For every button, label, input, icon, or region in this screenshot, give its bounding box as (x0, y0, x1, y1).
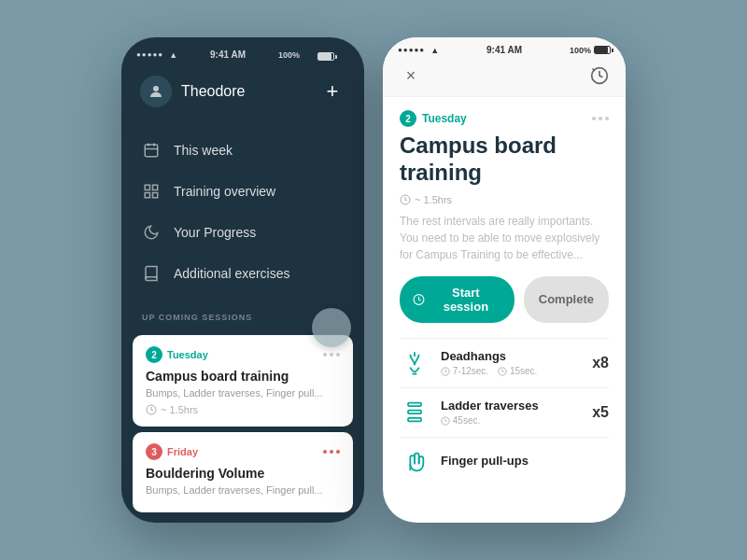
detail-topbar: × (383, 59, 626, 97)
nav-label-this-week: This week (174, 143, 233, 158)
detail-day-label: Tuesday (422, 112, 467, 125)
svg-rect-6 (153, 185, 158, 189)
time-right: 9:41 AM (486, 45, 522, 55)
detail-title: Campus board training (400, 133, 609, 187)
detail-day-num: 2 (400, 110, 416, 127)
left-header: Theodore + (121, 68, 364, 122)
deadhangs-meta: 7-12sec. 15sec. (441, 366, 575, 376)
nav-item-additional-exercises[interactable]: Additional exercises (121, 253, 364, 294)
ladder-name: Ladder traverses (441, 399, 575, 413)
session2-day-num: 3 (146, 443, 162, 460)
session1-day-num: 2 (146, 346, 162, 363)
svg-rect-16 (408, 410, 421, 413)
deadhangs-name: Deadhangs (441, 349, 575, 363)
status-bar-right: ●●●●● ▲ 9:41 AM 100% (383, 37, 626, 59)
grid-icon (142, 182, 161, 201)
phone-right: ●●●●● ▲ 9:41 AM 100% × (383, 37, 626, 523)
session-card-2[interactable]: 3 Friday Bouldering Volume Bumps, Ladder… (133, 432, 353, 512)
session1-desc: Bumps, Ladder traverses, Finger pull... (146, 387, 340, 399)
exercise-row-finger-pullups[interactable]: Finger pull-ups (400, 437, 609, 486)
carrier-dots-right: ●●●●● (398, 46, 425, 54)
add-button[interactable]: + (319, 78, 345, 105)
phone-left: ●●●●● ▲ 9:41 AM 100% (121, 37, 364, 523)
session1-time: ~ 1.5hrs (146, 404, 340, 415)
deadhangs-info: Deadhangs 7-12sec. 15sec. (441, 349, 575, 376)
nav-item-your-progress[interactable]: Your Progress (121, 212, 364, 253)
exercise-row-deadhangs[interactable]: Deadhangs 7-12sec. 15sec. x8 (400, 338, 609, 387)
wifi-icon-left: ▲ (169, 50, 177, 60)
close-button[interactable]: × (400, 64, 422, 87)
start-session-button[interactable]: Start session (400, 276, 514, 323)
avatar (140, 76, 172, 107)
svg-rect-1 (145, 145, 158, 157)
battery-icon-left (303, 45, 349, 64)
session1-day-label: Tuesday (167, 349, 208, 360)
history-button[interactable] (590, 66, 609, 85)
deadhangs-icon (400, 348, 430, 378)
session2-desc: Bumps, Ladder traverses, Finger pull... (146, 484, 340, 496)
detail-content: 2 Tuesday Campus board training ~ 1.5hrs… (383, 97, 626, 499)
username: Theodore (181, 83, 246, 100)
battery-pct-right: 100% (570, 46, 591, 55)
svg-rect-17 (408, 417, 421, 421)
finger-info: Finger pull-ups (441, 454, 575, 470)
detail-time: ~ 1.5hrs (400, 194, 609, 205)
ladder-count: x5 (586, 404, 609, 421)
ladder-icon (400, 398, 430, 427)
nav-item-training-overview[interactable]: Training overview (121, 171, 364, 212)
scroll-handle[interactable] (312, 308, 351, 347)
ladder-info: Ladder traverses 45sec. (441, 399, 575, 426)
svg-rect-7 (145, 193, 149, 198)
complete-button[interactable]: Complete (524, 276, 609, 323)
detail-menu-dots[interactable] (592, 117, 609, 120)
user-info: Theodore (140, 76, 246, 107)
session2-title: Bouldering Volume (146, 466, 340, 481)
battery-icon-right (594, 46, 611, 54)
nav-label-your-progress: Your Progress (174, 225, 256, 240)
battery-pct-left: 100% (278, 50, 300, 60)
carrier-dots-left: ●●●●● (136, 50, 163, 59)
session2-day-label: Friday (167, 446, 198, 457)
calendar-icon (142, 141, 161, 160)
session-card-1[interactable]: 2 Tuesday Campus board training Bumps, L… (133, 335, 353, 427)
ladder-meta: 45sec. (441, 415, 575, 426)
book-icon (142, 264, 161, 283)
finger-icon (400, 447, 430, 477)
action-row: Start session Complete (400, 276, 609, 323)
exercise-row-ladder-traverses[interactable]: Ladder traverses 45sec. x5 (400, 387, 609, 437)
session1-dots (323, 353, 340, 357)
status-bar-left: ●●●●● ▲ 9:41 AM 100% (121, 37, 364, 68)
detail-day-row: 2 Tuesday (400, 110, 609, 127)
moon-icon (142, 223, 161, 242)
svg-rect-15 (408, 402, 421, 406)
detail-description: The rest intervals are really importants… (400, 213, 609, 263)
session2-dots (323, 450, 340, 454)
screens-container: ●●●●● ▲ 9:41 AM 100% (121, 37, 626, 523)
svg-rect-5 (145, 185, 149, 189)
session1-title: Campus board training (146, 369, 340, 384)
nav-label-additional-exercises: Additional exercises (174, 266, 290, 281)
finger-name: Finger pull-ups (441, 454, 575, 468)
time-left: 9:41 AM (210, 49, 246, 60)
wifi-icon-right: ▲ (430, 46, 439, 55)
svg-rect-8 (153, 193, 158, 198)
nav-menu: This week Training overview (121, 122, 364, 301)
deadhangs-count: x8 (586, 355, 609, 371)
svg-point-0 (153, 86, 159, 91)
nav-label-training-overview: Training overview (174, 184, 275, 199)
nav-item-this-week[interactable]: This week (121, 130, 364, 171)
